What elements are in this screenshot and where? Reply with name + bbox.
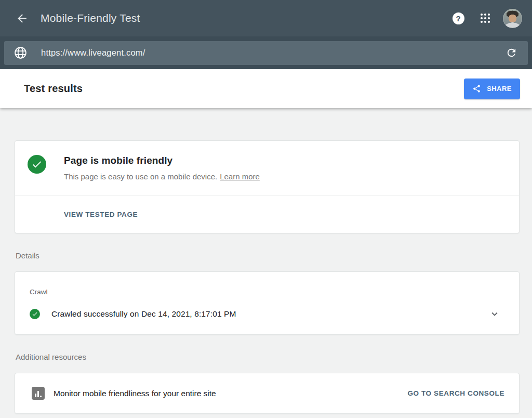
bar-chart-icon (32, 387, 45, 400)
page-title: Test results (24, 83, 83, 95)
resource-text: Monitor mobile friendliness for your ent… (54, 389, 216, 398)
app-title: Mobile-Friendly Test (41, 12, 140, 24)
result-title: Page is mobile friendly (64, 155, 260, 166)
resources-card: Monitor mobile friendliness for your ent… (15, 373, 520, 414)
arrow-left-icon (16, 12, 29, 25)
go-to-search-console-button[interactable]: GO TO SEARCH CONSOLE (407, 389, 504, 397)
app-header: Mobile-Friendly Test ? (0, 0, 532, 36)
details-section-label: Details (16, 251, 520, 260)
result-card-footer: VIEW TESTED PAGE (15, 195, 519, 233)
details-card: Crawl Crawled successfully on Dec 14, 20… (15, 271, 520, 335)
crawl-group-label: Crawl (30, 288, 500, 296)
url-input[interactable]: https://www.liveagent.com/ (4, 41, 528, 65)
apps-grid-icon (479, 12, 491, 24)
url-bar: https://www.liveagent.com/ (0, 36, 532, 69)
crawl-status-row[interactable]: Crawled successfully on Dec 14, 2021, 8:… (30, 308, 500, 320)
learn-more-link[interactable]: Learn more (220, 172, 260, 181)
resources-section-label: Additional resources (16, 352, 520, 361)
apps-button[interactable] (475, 8, 496, 29)
refresh-icon (506, 47, 517, 59)
refresh-button[interactable] (506, 47, 517, 59)
result-description-text: This page is easy to use on a mobile dev… (64, 172, 217, 181)
result-text-block: Page is mobile friendly This page is eas… (64, 155, 260, 195)
help-icon: ? (453, 12, 464, 24)
chevron-down-icon[interactable] (489, 308, 500, 320)
result-description: This page is easy to use on a mobile dev… (64, 172, 260, 181)
results-toolbar: Test results SHARE (0, 69, 532, 108)
help-button[interactable]: ? (448, 8, 469, 29)
back-button[interactable] (15, 11, 29, 25)
avatar (503, 9, 522, 28)
crawl-success-icon (30, 309, 40, 319)
share-icon (472, 84, 481, 93)
url-text: https://www.liveagent.com/ (41, 48, 145, 58)
share-button[interactable]: SHARE (464, 79, 520, 99)
view-tested-page-button[interactable]: VIEW TESTED PAGE (64, 211, 138, 218)
success-check-icon (28, 155, 46, 174)
main-content: Page is mobile friendly This page is eas… (0, 108, 532, 414)
globe-icon (14, 46, 28, 60)
share-button-label: SHARE (487, 85, 512, 93)
result-summary: Page is mobile friendly This page is eas… (15, 141, 519, 195)
result-card: Page is mobile friendly This page is eas… (15, 140, 520, 233)
crawl-status-text: Crawled successfully on Dec 14, 2021, 8:… (51, 309, 236, 319)
account-button[interactable] (502, 8, 523, 29)
